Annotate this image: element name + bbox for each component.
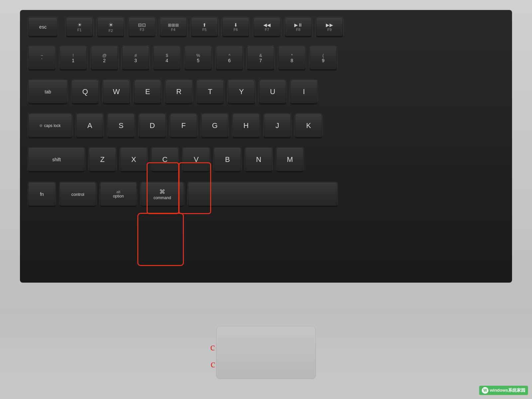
key-i[interactable]: I [290,80,318,104]
key-f[interactable]: F [170,114,197,138]
key-9[interactable]: ( 9 [310,46,337,70]
key-f4[interactable]: ⊞⊞⊞ F4 [160,17,187,37]
key-7[interactable]: & 7 [247,46,274,70]
key-2[interactable]: @ 2 [91,46,118,70]
key-control[interactable]: control [60,182,96,206]
key-b[interactable]: B [214,148,241,172]
key-5[interactable]: % 5 [185,46,212,70]
trackpad[interactable] [216,326,316,379]
key-shift-left[interactable]: shift [28,148,85,172]
key-n[interactable]: N [245,148,272,172]
key-option[interactable]: alt option [100,182,137,206]
key-w[interactable]: W [103,80,130,104]
key-f8[interactable]: ▶⏸ F8 [285,17,312,37]
key-3[interactable]: # 3 [122,46,149,70]
key-space[interactable] [188,182,337,206]
key-f6[interactable]: ⬇ F6 [222,17,249,37]
key-k[interactable]: K [295,114,322,138]
key-j[interactable]: J [264,114,291,138]
keyboard-container: esc ☀ F1 ☀ F2 ⊟⊡ F3 ⊞⊞⊞ F4 ⬆ F5 ⬇ F6 [0,0,532,399]
key-m[interactable]: M [276,148,304,172]
key-y[interactable]: Y [228,80,255,104]
key-tab[interactable]: tab [28,80,67,104]
key-e[interactable]: E [134,80,161,104]
watermark-text: windows系统家园 [490,387,525,393]
key-fn[interactable]: fn [28,182,56,206]
key-u[interactable]: U [259,80,286,104]
key-d[interactable]: D [139,114,166,138]
key-f1[interactable]: ☀ F1 [66,17,93,37]
key-q[interactable]: Q [71,80,99,104]
keyboard-area: esc ☀ F1 ☀ F2 ⊟⊡ F3 ⊞⊞⊞ F4 ⬆ F5 ⬇ F6 [20,10,512,283]
key-f5[interactable]: ⬆ F5 [191,17,218,37]
key-s[interactable]: S [107,114,135,138]
watermark: W windows系统家园 [479,386,528,395]
key-t[interactable]: T [197,80,224,104]
key-tilde[interactable]: ~ ` [28,46,56,70]
key-1[interactable]: ! 1 [60,46,87,70]
key-a[interactable]: A [76,114,103,138]
key-esc[interactable]: esc [28,17,58,37]
watermark-icon: W [482,387,488,394]
key-v[interactable]: V [183,148,210,172]
key-g[interactable]: G [201,114,228,138]
key-f7[interactable]: ◀◀ F7 [253,17,281,37]
key-z[interactable]: Z [89,148,116,172]
key-4[interactable]: $ 4 [153,46,181,70]
key-f2[interactable]: ☀ F2 [97,17,124,37]
key-r[interactable]: R [165,80,193,104]
key-capslock[interactable]: caps lock [28,114,72,138]
key-command[interactable]: ⌘ command [141,182,184,206]
key-6[interactable]: ^ 6 [216,46,243,70]
key-c[interactable]: C [151,148,179,172]
key-f9[interactable]: ▶▶ F9 [316,17,343,37]
key-h[interactable]: H [232,114,260,138]
key-f3[interactable]: ⊟⊡ F3 [128,17,156,37]
key-x[interactable]: X [120,148,147,172]
key-8[interactable]: * 8 [278,46,306,70]
